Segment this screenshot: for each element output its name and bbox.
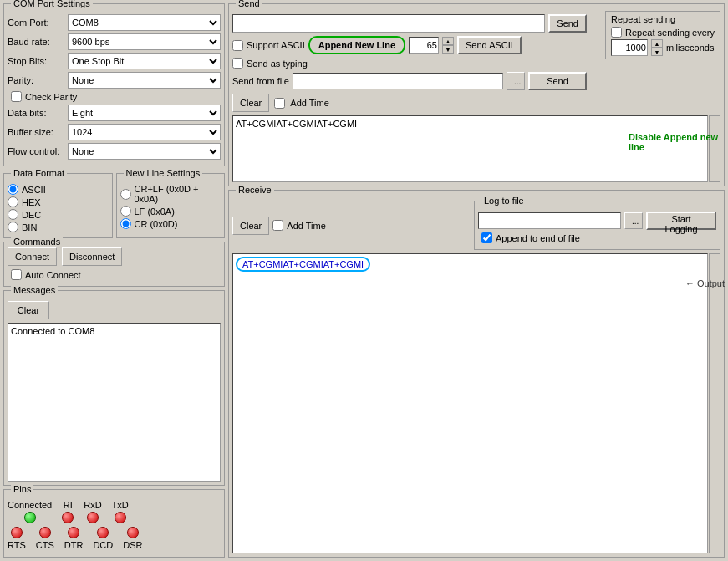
pin-ri-label: RI xyxy=(64,500,73,510)
hex-radio[interactable] xyxy=(8,196,18,207)
start-logging-button[interactable]: Start Logging xyxy=(646,212,716,230)
check-parity-checkbox[interactable] xyxy=(11,91,22,102)
support-ascii-label: Support ASCII xyxy=(247,40,305,50)
send-from-file-label: Send from file xyxy=(232,76,289,86)
messages-clear-button[interactable]: Clear xyxy=(8,301,49,319)
pin-dsr-label: DSR xyxy=(123,540,142,550)
lf-label: LF (0x0A) xyxy=(135,207,175,217)
auto-connect-checkbox[interactable] xyxy=(11,269,22,280)
baud-rate-select[interactable]: 9600 bps xyxy=(68,33,221,50)
pin-cts-label: CTS xyxy=(36,540,54,550)
pin-rts-label: RTS xyxy=(8,540,26,550)
connect-button[interactable]: Connect xyxy=(8,247,57,266)
crlf-label: CR+LF (0x0D + 0x0A) xyxy=(135,184,221,204)
pin-rxd-label: RxD xyxy=(84,500,101,510)
check-parity-label: Check Parity xyxy=(25,92,77,102)
auto-connect-label: Auto Connect xyxy=(25,270,81,280)
com-port-select[interactable]: COM8 xyxy=(68,14,221,31)
parity-label: Parity: xyxy=(8,75,68,85)
pin-dsr-led xyxy=(127,527,139,538)
browse-log-button[interactable]: ... xyxy=(624,212,643,229)
stop-bits-select[interactable]: One Stop Bit xyxy=(68,53,221,69)
stop-bits-label: Stop Bits: xyxy=(8,56,68,66)
parity-select[interactable]: None xyxy=(68,72,221,89)
data-bits-select[interactable]: Eight xyxy=(68,105,221,121)
ascii-label: ASCII xyxy=(22,185,46,195)
lf-radio[interactable] xyxy=(120,206,131,217)
com-port-settings: COM Port Settings Com Port: COM8 Baud ra… xyxy=(3,3,225,166)
send-input[interactable]: AT+CGMI xyxy=(232,14,545,33)
messages-content: Connected to COM8 xyxy=(8,323,221,482)
send-title: Send xyxy=(236,0,262,8)
ms-label: miliseconds xyxy=(666,43,714,53)
bin-radio[interactable] xyxy=(8,222,18,232)
pin-connected-led xyxy=(24,512,36,523)
flow-control-select[interactable]: None xyxy=(68,143,221,160)
annotation-disable: Disable Append new line xyxy=(629,132,728,152)
send-as-typing-label: Send as typing xyxy=(247,59,308,69)
pin-dcd-led xyxy=(97,527,109,538)
add-time-send-label: Add Time xyxy=(290,98,328,108)
pin-rts-led xyxy=(11,527,23,538)
send-ascii-button[interactable]: Send ASCII xyxy=(457,36,522,54)
num-spin-down-icon[interactable]: ▼ xyxy=(442,45,454,54)
cr-radio[interactable] xyxy=(120,218,131,229)
commands-title: Commands xyxy=(11,237,63,247)
pin-ri-led xyxy=(62,512,74,523)
spin-down-icon[interactable]: ▼ xyxy=(651,48,663,56)
repeat-interval-input[interactable] xyxy=(611,39,648,56)
file-path-input[interactable] xyxy=(293,73,503,89)
flow-control-label: Flow control: xyxy=(8,146,68,156)
com-port-title: COM Port Settings xyxy=(11,0,93,8)
send-as-typing-checkbox[interactable] xyxy=(232,58,243,69)
log-to-file-title: Log to file xyxy=(481,196,527,206)
bin-label: BIN xyxy=(22,222,37,232)
cr-label: CR (0x0D) xyxy=(135,219,178,229)
new-line-box: New Line Settings CR+LF (0x0D + 0x0A) LF… xyxy=(116,173,226,238)
data-format-box: Data Format ASCII HEX DEC BIN xyxy=(3,173,113,238)
repeat-checkbox[interactable] xyxy=(611,27,622,38)
receive-title: Receive xyxy=(236,185,274,195)
pin-connected-label: Connected xyxy=(8,500,52,510)
dec-radio[interactable] xyxy=(8,209,18,220)
append-to-file-checkbox[interactable] xyxy=(481,232,492,243)
disconnect-button[interactable]: Disconnect xyxy=(62,247,122,266)
pin-dtr-led xyxy=(68,527,79,538)
data-format-title: Data Format xyxy=(11,168,67,178)
crlf-radio[interactable] xyxy=(120,189,131,200)
pins-title: Pins xyxy=(11,484,33,494)
add-time-send-checkbox[interactable] xyxy=(274,98,285,109)
receive-clear-button[interactable]: Clear xyxy=(232,217,269,235)
baud-rate-label: Baud rate: xyxy=(8,37,68,47)
num-spin-up-icon[interactable]: ▲ xyxy=(442,37,454,45)
add-time-receive-label: Add Time xyxy=(287,221,325,231)
repeat-section: Repeat sending Repeat sending every ▲ ▼ … xyxy=(605,11,720,59)
repeat-spinner[interactable]: ▲ ▼ xyxy=(651,39,663,56)
buffer-size-label: Buffer size: xyxy=(8,127,68,137)
support-ascii-checkbox[interactable] xyxy=(232,40,243,51)
com-port-label: Com Port: xyxy=(8,18,68,28)
ascii-radio[interactable] xyxy=(8,184,18,195)
repeat-title: Repeat sending xyxy=(611,14,715,24)
data-bits-label: Data bits: xyxy=(8,108,68,118)
commands-box: Commands Connect Disconnect Auto Connect xyxy=(3,242,225,287)
spin-up-icon[interactable]: ▲ xyxy=(651,39,663,48)
log-to-file-box: Log to file ... Start Logging Append to … xyxy=(474,201,720,250)
add-time-receive-checkbox[interactable] xyxy=(272,220,283,231)
num-spinner[interactable]: ▲ ▼ xyxy=(442,37,454,54)
output-annotation: ← Output xyxy=(685,278,725,288)
dec-label: DEC xyxy=(22,210,41,220)
send-button[interactable]: Send xyxy=(548,14,587,33)
browse-file-button[interactable]: ... xyxy=(507,72,525,90)
num-input[interactable] xyxy=(409,37,439,54)
buffer-size-select[interactable]: 1024 xyxy=(68,124,221,140)
append-new-line-button[interactable]: Append New Line xyxy=(308,36,405,54)
receive-scrollbar[interactable] xyxy=(709,253,720,553)
log-file-input[interactable] xyxy=(478,212,621,229)
start-sending-button[interactable]: Send xyxy=(528,72,587,90)
pin-txd-label: TxD xyxy=(112,500,129,510)
repeat-label: Repeat sending every xyxy=(625,28,715,38)
send-clear-button[interactable]: Clear xyxy=(232,94,269,112)
receive-content-area: AT+CGMIAT+CGMIAT+CGMI xyxy=(232,253,708,553)
receive-content-text: AT+CGMIAT+CGMIAT+CGMI xyxy=(236,257,370,272)
